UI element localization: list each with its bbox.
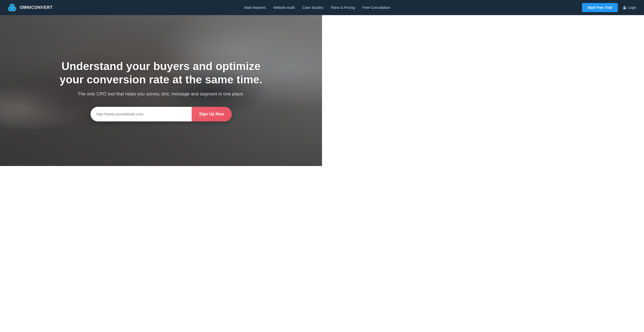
brand-name: OMNICONVERT: [20, 5, 53, 10]
hero-cta-form: Sign Up Now: [91, 107, 232, 121]
navbar-links: Main features Website Audit Case Studies…: [244, 6, 322, 10]
svg-point-6: [11, 7, 13, 9]
hero-subheadline: The only CRO tool that helps you survey,…: [53, 91, 270, 97]
hero-cta-container: Sign Up Now: [53, 107, 270, 121]
logo-icon: [8, 3, 17, 12]
navbar: OMNICONVERT Main features Website Audit …: [0, 0, 322, 15]
signup-now-button[interactable]: Sign Up Now: [192, 107, 232, 121]
nav-main-features[interactable]: Main features: [244, 6, 266, 10]
hero-headline: Understand your buyers and optimize your…: [53, 60, 270, 86]
navbar-brand: OMNICONVERT: [8, 3, 53, 12]
nav-case-studies[interactable]: Case Studies: [302, 6, 322, 10]
hero-section: Understand your buyers and optimize your…: [0, 0, 322, 166]
nav-website-audit[interactable]: Website Audit: [273, 6, 295, 10]
hero-content: Understand your buyers and optimize your…: [48, 60, 275, 121]
website-url-input[interactable]: [91, 107, 192, 121]
